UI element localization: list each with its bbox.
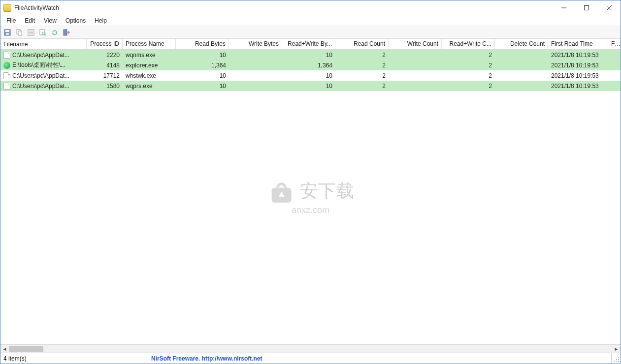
status-credit: NirSoft Freeware. http://www.nirsoft.net [148,353,612,364]
horizontal-scrollbar[interactable]: ◄ ► [0,344,621,353]
menu-help[interactable]: Help [91,16,111,25]
toolbar [0,26,621,39]
title-bar[interactable]: FileActivityWatch [0,0,621,15]
cell-filename: C:\Users\pc\AppDat... [0,82,87,91]
svg-line-15 [45,34,46,35]
refresh-button[interactable] [50,28,60,37]
col-rw-count[interactable]: Read+Write C... [442,39,495,49]
cell-partial [608,85,621,87]
cell-rw-count: 2 [442,71,495,80]
cell-pid: 2220 [87,51,123,60]
menu-view[interactable]: View [40,16,61,25]
properties-button[interactable] [26,28,36,37]
exit-icon [63,29,70,36]
col-filename[interactable]: Filename [0,39,87,49]
exit-button[interactable] [62,28,71,37]
table-row[interactable]: C:\Users\pc\AppDat...17712whstwk.exe1010… [0,70,621,81]
cell-pname: wqnms.exe [123,51,176,60]
col-write-bytes[interactable]: Write Bytes [229,39,282,49]
refresh-icon [51,29,59,36]
cell-write-bytes [229,75,282,77]
table-header: Filename Process ID Process Name Read By… [0,39,621,50]
filename-text: C:\Users\pc\AppDat... [12,52,69,59]
cell-rw-count: 2 [442,61,495,70]
svg-point-23 [614,361,615,362]
cell-first-read: 2021/1/8 10:19:53 [548,82,608,91]
menu-edit[interactable]: Edit [21,16,39,25]
menu-options[interactable]: Options [62,16,90,25]
col-rw-bytes[interactable]: Read+Write By... [282,39,335,49]
cell-pid: 1580 [87,82,123,91]
copy-button[interactable] [14,28,24,37]
file-icon [3,52,10,59]
svg-rect-17 [64,30,67,35]
cell-write-count [389,54,442,56]
cell-write-bytes [229,54,282,56]
file-icon [3,72,10,79]
cell-rw-bytes: 10 [282,71,335,80]
col-process-name[interactable]: Process Name [123,39,176,49]
watermark-icon [266,181,296,205]
col-delete-count[interactable]: Delete Count [495,39,548,49]
cell-partial [608,64,621,66]
watermark-brand: 安下载 [300,180,355,200]
minimize-button[interactable] [553,0,575,15]
table-area: Filename Process ID Process Name Read By… [0,39,621,353]
find-icon [39,29,47,36]
scroll-thumb[interactable] [9,346,43,352]
cell-write-bytes [229,85,282,87]
maximize-icon [584,5,589,10]
menu-file[interactable]: File [2,16,20,25]
col-read-count[interactable]: Read Count [335,39,389,49]
svg-point-21 [616,359,617,360]
watermark-sub: anxz.com [266,205,355,215]
resize-grip[interactable] [612,353,621,364]
cell-pid: 17712 [87,71,123,80]
scroll-track[interactable] [9,345,612,353]
col-partial[interactable]: Fi... [608,39,621,49]
svg-point-24 [616,361,617,362]
close-button[interactable] [598,0,621,15]
table-row[interactable]: C:\Users\pc\AppDat...2220wqnms.exe101022… [0,50,621,60]
cell-delete-count [495,75,548,77]
cell-rw-bytes: 1,364 [282,61,335,70]
table-row[interactable]: E:\tools\桌面\特性\...4148explorer.exe1,3641… [0,60,621,70]
window-controls [553,0,621,15]
scroll-left-button[interactable]: ◄ [0,345,9,353]
filename-text: C:\Users\pc\AppDat... [12,72,69,79]
minimize-icon [561,5,566,10]
cell-read-bytes: 1,364 [176,61,229,70]
col-read-bytes[interactable]: Read Bytes [176,39,229,49]
svg-rect-8 [18,31,22,35]
svg-rect-1 [585,5,589,10]
cell-rw-count: 2 [442,51,495,60]
col-process-id[interactable]: Process ID [87,39,123,49]
table-row[interactable]: C:\Users\pc\AppDat...1580wqprs.exe101022… [0,81,621,91]
save-button[interactable] [2,28,12,37]
watermark: 安下载 anxz.com [266,179,355,215]
status-bar: 4 item(s) NirSoft Freeware. http://www.n… [0,353,621,364]
cell-write-count [389,75,442,77]
table-body[interactable]: 安下载 anxz.com C:\Users\pc\AppDat...2220wq… [0,50,621,344]
svg-marker-19 [278,192,284,197]
col-first-read-time[interactable]: First Read Time [548,39,608,49]
col-write-count[interactable]: Write Count [389,39,442,49]
svg-point-20 [618,357,619,358]
cell-pid: 4148 [87,61,123,70]
cell-read-bytes: 10 [176,82,229,91]
app-window: FileActivityWatch File Edit View Options… [0,0,621,364]
cell-read-bytes: 10 [176,71,229,80]
save-icon [3,29,11,36]
maximize-button[interactable] [575,0,598,15]
cell-read-count: 2 [335,61,389,70]
find-button[interactable] [38,28,48,37]
svg-rect-18 [271,188,291,203]
scroll-right-button[interactable]: ► [612,345,621,353]
cell-filename: E:\tools\桌面\特性\... [0,60,87,70]
cell-delete-count [495,85,548,87]
cell-read-count: 2 [335,51,389,60]
close-icon [607,5,612,10]
svg-point-25 [618,361,619,362]
globe-icon [3,62,10,69]
cell-write-count [389,85,442,87]
